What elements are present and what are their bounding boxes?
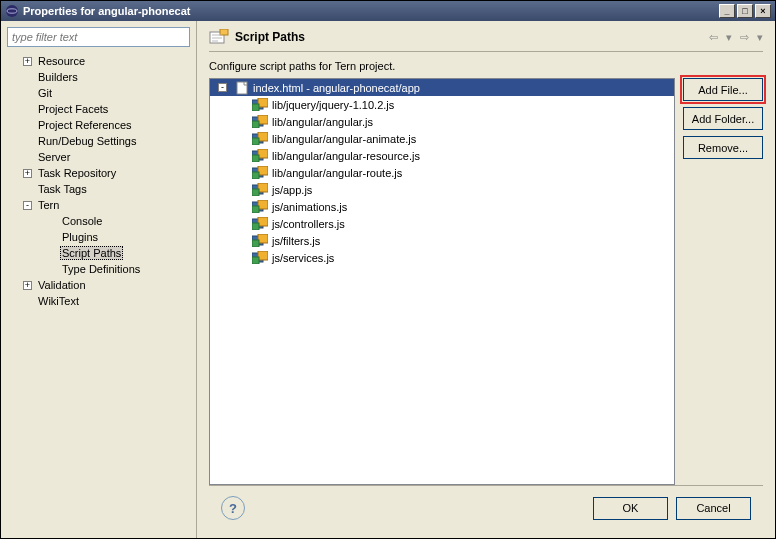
script-item[interactable]: lib/angular/angular.js xyxy=(210,113,674,130)
window-title: Properties for angular-phonecat xyxy=(23,5,717,17)
tree-item-script-paths[interactable]: Script Paths xyxy=(7,245,190,261)
remove-button[interactable]: Remove... xyxy=(683,136,763,159)
js-file-icon xyxy=(252,166,268,179)
help-icon[interactable]: ? xyxy=(221,496,245,520)
svg-rect-4 xyxy=(237,82,247,94)
svg-rect-25 xyxy=(252,206,259,213)
js-file-icon xyxy=(252,200,268,213)
tree-item-project-references[interactable]: Project References xyxy=(7,117,190,133)
tree-item-label: Task Repository xyxy=(36,167,118,179)
ok-button[interactable]: OK xyxy=(593,497,668,520)
tree-item-tern[interactable]: -Tern xyxy=(7,197,190,213)
cancel-button[interactable]: Cancel xyxy=(676,497,751,520)
collapse-icon[interactable]: - xyxy=(218,83,227,92)
forward-icon[interactable]: ⇨ xyxy=(740,31,749,44)
script-paths-tree[interactable]: - index.html - angular-phonecat/app lib/… xyxy=(209,78,675,485)
tree-item-server[interactable]: Server xyxy=(7,149,190,165)
script-item[interactable]: js/controllers.js xyxy=(210,215,674,232)
script-item-label: lib/angular/angular-animate.js xyxy=(272,133,416,145)
tree-item-label: Project Facets xyxy=(36,103,110,115)
back-menu-icon[interactable]: ▾ xyxy=(726,31,732,44)
details-panel: Script Paths ⇦ ▾ ⇨ ▾ Configure script pa… xyxy=(197,21,775,538)
svg-rect-16 xyxy=(252,155,259,162)
minimize-button[interactable]: _ xyxy=(719,4,735,18)
svg-rect-31 xyxy=(252,240,259,247)
script-item-label: js/services.js xyxy=(272,252,334,264)
tree-item-wikitext[interactable]: WikiText xyxy=(7,293,190,309)
tree-item-plugins[interactable]: Plugins xyxy=(7,229,190,245)
script-item-label: js/controllers.js xyxy=(272,218,345,230)
expander-icon[interactable]: + xyxy=(23,57,32,66)
js-file-icon xyxy=(252,132,268,145)
tree-item-task-tags[interactable]: Task Tags xyxy=(7,181,190,197)
tree-item-validation[interactable]: +Validation xyxy=(7,277,190,293)
script-item[interactable]: lib/angular/angular-route.js xyxy=(210,164,674,181)
tree-item-label: Builders xyxy=(36,71,80,83)
tree-item-label: Type Definitions xyxy=(60,263,142,275)
forward-menu-icon[interactable]: ▾ xyxy=(757,31,763,44)
script-paths-icon xyxy=(209,29,229,45)
tree-item-label: Project References xyxy=(36,119,134,131)
html-file-icon xyxy=(235,81,249,95)
script-item-label: js/animations.js xyxy=(272,201,347,213)
js-file-icon xyxy=(252,115,268,128)
expander-icon[interactable]: - xyxy=(23,201,32,210)
maximize-button[interactable]: □ xyxy=(737,4,753,18)
tree-root-label: index.html - angular-phonecat/app xyxy=(253,82,420,94)
script-item[interactable]: lib/angular/angular-resource.js xyxy=(210,147,674,164)
description-text: Configure script paths for Tern project. xyxy=(209,60,763,72)
tree-item-task-repository[interactable]: +Task Repository xyxy=(7,165,190,181)
script-item[interactable]: js/animations.js xyxy=(210,198,674,215)
script-item-label: lib/angular/angular.js xyxy=(272,116,373,128)
expander-icon[interactable]: + xyxy=(23,169,32,178)
script-item[interactable]: js/app.js xyxy=(210,181,674,198)
tree-item-label: Resource xyxy=(36,55,87,67)
close-button[interactable]: × xyxy=(755,4,771,18)
category-panel: +ResourceBuildersGitProject FacetsProjec… xyxy=(1,21,197,538)
nav-toolbar: ⇦ ▾ ⇨ ▾ xyxy=(709,31,763,44)
add-file-button[interactable]: Add File... xyxy=(683,78,763,101)
script-item[interactable]: js/services.js xyxy=(210,249,674,266)
svg-rect-3 xyxy=(220,29,228,35)
tree-item-label: WikiText xyxy=(36,295,81,307)
script-item-label: lib/angular/angular-route.js xyxy=(272,167,402,179)
js-file-icon xyxy=(252,98,268,111)
tree-item-git[interactable]: Git xyxy=(7,85,190,101)
js-file-icon xyxy=(252,251,268,264)
svg-rect-28 xyxy=(252,223,259,230)
script-item[interactable]: js/filters.js xyxy=(210,232,674,249)
script-item[interactable]: lib/angular/angular-animate.js xyxy=(210,130,674,147)
tree-item-builders[interactable]: Builders xyxy=(7,69,190,85)
tree-item-label: Run/Debug Settings xyxy=(36,135,138,147)
svg-rect-10 xyxy=(252,121,259,128)
script-item-label: js/filters.js xyxy=(272,235,320,247)
tree-item-run-debug-settings[interactable]: Run/Debug Settings xyxy=(7,133,190,149)
titlebar[interactable]: Properties for angular-phonecat _ □ × xyxy=(1,1,775,21)
back-icon[interactable]: ⇦ xyxy=(709,31,718,44)
tree-item-project-facets[interactable]: Project Facets xyxy=(7,101,190,117)
svg-rect-34 xyxy=(252,257,259,264)
tree-item-type-definitions[interactable]: Type Definitions xyxy=(7,261,190,277)
tree-item-label: Validation xyxy=(36,279,88,291)
filter-input[interactable] xyxy=(7,27,190,47)
tree-root[interactable]: - index.html - angular-phonecat/app xyxy=(210,79,674,96)
tree-item-label: Task Tags xyxy=(36,183,89,195)
tree-item-label: Git xyxy=(36,87,54,99)
svg-point-0 xyxy=(6,5,18,17)
tree-item-console[interactable]: Console xyxy=(7,213,190,229)
tree-item-label: Server xyxy=(36,151,72,163)
script-item-label: lib/jquery/jquery-1.10.2.js xyxy=(272,99,394,111)
tree-item-label: Tern xyxy=(36,199,61,211)
category-tree[interactable]: +ResourceBuildersGitProject FacetsProjec… xyxy=(7,51,190,532)
script-item-label: lib/angular/angular-resource.js xyxy=(272,150,420,162)
tree-item-resource[interactable]: +Resource xyxy=(7,53,190,69)
js-file-icon xyxy=(252,149,268,162)
expander-icon[interactable]: + xyxy=(23,281,32,290)
page-title: Script Paths xyxy=(235,30,709,44)
script-item[interactable]: lib/jquery/jquery-1.10.2.js xyxy=(210,96,674,113)
svg-rect-7 xyxy=(252,104,259,111)
js-file-icon xyxy=(252,183,268,196)
add-folder-button[interactable]: Add Folder... xyxy=(683,107,763,130)
svg-rect-22 xyxy=(252,189,259,196)
tree-item-label: Console xyxy=(60,215,104,227)
